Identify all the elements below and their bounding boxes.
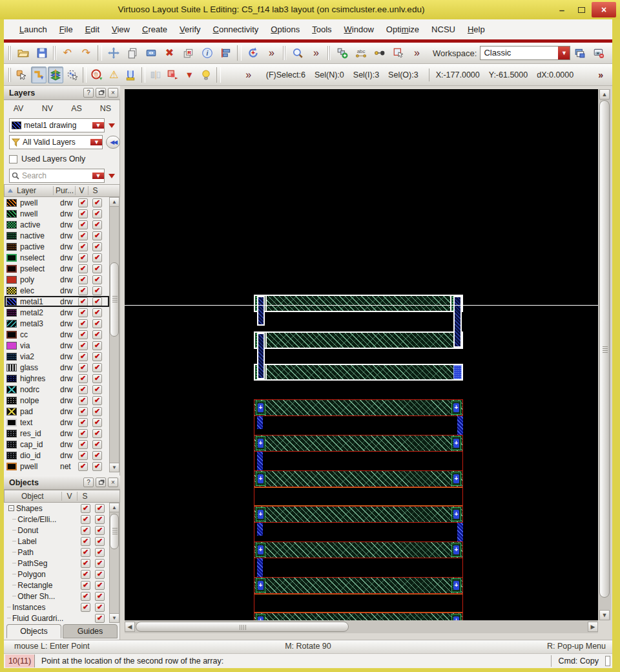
metal1-connector[interactable]	[257, 452, 263, 470]
layer-row-nactive-drw[interactable]: nactivedrw✔✔	[5, 230, 109, 241]
checkbox[interactable]: ✔	[78, 220, 88, 229]
combo-dropdown-arrow[interactable]: ▼	[92, 173, 104, 179]
stop-button[interactable]	[89, 67, 105, 83]
toolbar-overflow-button[interactable]: »	[241, 67, 256, 83]
selected-metal-connector[interactable]	[257, 333, 265, 379]
scroll-down-arrow[interactable]: ▼	[110, 613, 119, 622]
contact[interactable]: +	[256, 401, 265, 415]
object-row-donut[interactable]: ┈Donut✔✔	[5, 525, 109, 536]
checkbox[interactable]: ✔	[78, 286, 88, 295]
checkbox[interactable]: ✔	[78, 407, 88, 416]
create-pin-button[interactable]	[371, 45, 388, 61]
menu-options[interactable]: Options	[271, 25, 300, 34]
toolbar-grip[interactable]	[53, 46, 56, 60]
checkbox[interactable]: ✔	[81, 570, 90, 579]
checkbox[interactable]: ✔	[92, 242, 102, 251]
layer-row-metal2-drw[interactable]: metal2drw✔✔	[5, 307, 109, 318]
pick-dropdown-arrow[interactable]: ▾	[181, 67, 197, 83]
well-boundary[interactable]	[254, 594, 463, 613]
hide-assistants-button[interactable]	[590, 45, 607, 61]
layer-row-nolpe-drw[interactable]: nolpedrw✔✔	[5, 395, 109, 406]
canvas-hscroll-thumb[interactable]	[136, 622, 349, 632]
copy-button[interactable]	[123, 45, 141, 61]
checkbox[interactable]: ✔	[92, 429, 102, 438]
contact[interactable]: +	[451, 472, 461, 486]
used-layers-checkbox[interactable]	[9, 155, 17, 163]
checkbox[interactable]: ✔	[92, 319, 102, 328]
checkbox[interactable]: ✔	[78, 264, 88, 273]
contact[interactable]: +	[256, 578, 265, 593]
contact[interactable]: +	[451, 401, 461, 415]
checkbox[interactable]: ✔	[81, 548, 90, 557]
checkbox[interactable]: ✔	[81, 526, 90, 535]
checkbox[interactable]: ✔	[92, 286, 102, 295]
objects-help-button[interactable]: ?	[83, 478, 94, 487]
selected-metal-connector[interactable]	[453, 296, 462, 348]
objects-scroll-thumb[interactable]	[110, 514, 119, 549]
column-layer[interactable]: Layer	[17, 186, 53, 195]
checkbox[interactable]: ✔	[81, 537, 90, 546]
checkbox[interactable]: ✔	[78, 319, 88, 328]
checkbox[interactable]: ✔	[92, 440, 102, 449]
layer-table-header[interactable]: Layer Pur... V S	[4, 184, 120, 197]
selected-resistor-bar[interactable]	[254, 364, 463, 381]
metal1-connector[interactable]	[257, 523, 263, 536]
workspace-combo[interactable]: Classic▼	[480, 46, 570, 60]
checkbox[interactable]: ✔	[95, 526, 105, 535]
layer-row-pwell-drw[interactable]: pwelldrw✔✔	[5, 197, 109, 208]
checkbox[interactable]: ✔	[92, 330, 102, 339]
toolbar-grip[interactable]	[8, 46, 12, 60]
objects-scrollbar[interactable]: ▲ ▼	[109, 503, 119, 623]
checkbox[interactable]: ✔	[78, 462, 88, 471]
checkbox[interactable]: ✔	[78, 352, 88, 361]
contact[interactable]: +	[451, 614, 461, 620]
well-boundary[interactable]	[254, 487, 463, 506]
toolbar-grip[interactable]	[283, 46, 286, 60]
layer-row-cap_id-drw[interactable]: cap_iddrw✔✔	[5, 439, 109, 450]
caution-button[interactable]: ⚠	[106, 67, 121, 83]
layer-row-pselect-drw[interactable]: pselectdrw✔✔	[5, 263, 109, 274]
column-visible[interactable]: V	[75, 186, 88, 195]
scroll-down-arrow[interactable]: ▼	[110, 463, 119, 472]
checkbox[interactable]: ✔	[92, 231, 102, 240]
checkbox[interactable]: ✔	[92, 308, 102, 317]
toolbar-overflow-button[interactable]: »	[263, 45, 280, 61]
contact[interactable]: +	[256, 614, 265, 620]
menu-verify[interactable]: Verify	[180, 25, 201, 34]
column-selectable[interactable]: S	[77, 492, 92, 501]
checkbox[interactable]: ✔	[78, 429, 88, 438]
checkbox[interactable]: ✔	[78, 330, 88, 339]
checkbox[interactable]: ✔	[92, 451, 102, 460]
mode-av[interactable]: AV	[4, 104, 33, 113]
contact[interactable]: +	[256, 472, 265, 486]
checkbox[interactable]: ✔	[92, 198, 102, 207]
collapse-expander-icon[interactable]: −	[8, 505, 14, 511]
checkbox[interactable]: ✔	[92, 462, 102, 471]
checkbox[interactable]: ✔	[92, 297, 102, 306]
column-visible[interactable]: V	[61, 492, 77, 501]
contact[interactable]: +	[256, 507, 265, 521]
checkbox[interactable]: ✔	[81, 592, 90, 601]
open-button[interactable]	[14, 45, 32, 61]
layer-row-pad-drw[interactable]: paddrw✔✔	[5, 406, 109, 417]
layer-row-via-drw[interactable]: viadrw✔✔	[5, 340, 109, 351]
title-bar[interactable]: Virtuoso Layout Suite L Editing: C5_f14 …	[0, 0, 620, 19]
selected-metal-connector[interactable]	[257, 296, 265, 326]
tab-objects[interactable]: Objects	[6, 624, 61, 638]
contact[interactable]: +	[256, 543, 265, 557]
maximize-button[interactable]	[572, 3, 590, 17]
menu-help[interactable]: Help	[468, 25, 485, 34]
checkbox[interactable]: ✔	[92, 385, 102, 394]
checkbox[interactable]: ✔	[92, 253, 102, 262]
checkbox[interactable]: ✔	[95, 581, 105, 590]
contact[interactable]: +	[451, 507, 461, 521]
mode-nv[interactable]: NV	[33, 104, 62, 113]
move-button[interactable]	[105, 45, 122, 61]
resistor-bar[interactable]	[254, 399, 463, 416]
metal1-connector[interactable]	[457, 523, 463, 541]
checkbox[interactable]: ✔	[92, 275, 102, 284]
layer-row-text-drw[interactable]: textdrw✔✔	[5, 417, 109, 428]
object-row-fluidguardri[interactable]: ┈Fluid Guardri...✔	[5, 613, 109, 623]
checkbox[interactable]: ✔	[81, 581, 90, 590]
checkbox[interactable]: ✔	[78, 385, 88, 394]
